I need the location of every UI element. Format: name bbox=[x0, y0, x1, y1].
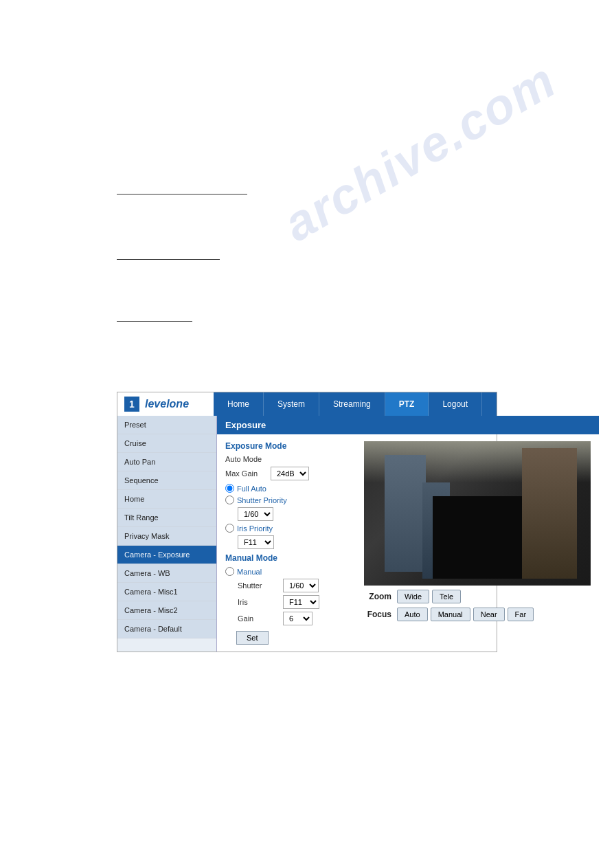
exposure-settings: Exposure Mode Auto Mode Max Gain 24dB 18… bbox=[225, 441, 356, 645]
line-block-2 bbox=[117, 258, 220, 260]
logo-square-icon bbox=[124, 397, 139, 412]
zoom-row: Zoom Wide Tele bbox=[364, 590, 591, 603]
nav-tab-home[interactable]: Home bbox=[214, 392, 264, 416]
max-gain-row: Max Gain 24dB 18dB 12dB 6dB bbox=[225, 467, 356, 480]
content-area: Preset Cruise Auto Pan Sequence Home Til… bbox=[117, 416, 497, 652]
full-auto-label[interactable]: Full Auto bbox=[237, 485, 266, 493]
focus-far-button[interactable]: Far bbox=[508, 608, 534, 621]
cam-shelf-boxes bbox=[522, 448, 577, 579]
sidebar-item-camera-misc2[interactable]: Camera - Misc2 bbox=[117, 601, 216, 620]
camera-image bbox=[364, 441, 591, 586]
iris-priority-radio[interactable] bbox=[225, 524, 234, 533]
watermark-text: archive.com bbox=[274, 52, 565, 252]
auto-mode-label: Auto Mode bbox=[225, 455, 266, 463]
cam-dark-box bbox=[433, 496, 522, 579]
manual-mode-title: Manual Mode bbox=[225, 553, 356, 563]
line-block-1 bbox=[117, 192, 247, 194]
sidebar-item-home[interactable]: Home bbox=[117, 490, 216, 509]
section-title: Exposure bbox=[225, 420, 266, 430]
line-block-3 bbox=[117, 320, 192, 322]
zoom-label: Zoom bbox=[364, 592, 391, 601]
iris-manual-row: Iris F11 F8 F5.6 bbox=[238, 595, 356, 609]
gain-label: Gain bbox=[238, 614, 279, 623]
iris-priority-row: Iris Priority bbox=[225, 524, 356, 533]
watermark-area: archive.com bbox=[0, 0, 614, 392]
iris-priority-select-row: F11 F8 F5.6 bbox=[238, 535, 356, 549]
iris-label: Iris bbox=[238, 598, 279, 606]
set-button[interactable]: Set bbox=[236, 631, 269, 645]
shutter-priority-label[interactable]: Shutter Priority bbox=[237, 496, 287, 504]
sidebar-item-camera-exposure[interactable]: Camera - Exposure bbox=[117, 546, 216, 564]
sidebar-item-preset[interactable]: Preset bbox=[117, 416, 216, 434]
line-text-3 bbox=[117, 320, 192, 322]
gain-select[interactable]: 6 12 18 bbox=[283, 612, 312, 625]
sidebar-item-camera-default[interactable]: Camera - Default bbox=[117, 620, 216, 638]
sidebar-item-privacy-mask[interactable]: Privacy Mask bbox=[117, 527, 216, 546]
sidebar-item-sequence[interactable]: Sequence bbox=[117, 471, 216, 490]
focus-near-button[interactable]: Near bbox=[473, 608, 505, 621]
max-gain-label: Max Gain bbox=[225, 469, 266, 478]
focus-row: Focus Auto Manual Near Far bbox=[364, 608, 591, 621]
focus-label: Focus bbox=[364, 610, 391, 619]
nav-tab-streaming[interactable]: Streaming bbox=[319, 392, 385, 416]
sidebar-item-camera-misc1[interactable]: Camera - Misc1 bbox=[117, 583, 216, 601]
zoom-wide-button[interactable]: Wide bbox=[397, 590, 429, 603]
iris-priority-label[interactable]: Iris Priority bbox=[237, 524, 273, 533]
bottom-area bbox=[0, 652, 614, 858]
focus-manual-button[interactable]: Manual bbox=[431, 608, 470, 621]
max-gain-select[interactable]: 24dB 18dB 12dB 6dB bbox=[271, 467, 309, 480]
ui-container: levelone Home System Streaming PTZ Logou… bbox=[117, 392, 497, 652]
gain-manual-row: Gain 6 12 18 bbox=[238, 612, 356, 625]
sidebar-item-auto-pan[interactable]: Auto Pan bbox=[117, 453, 216, 471]
sidebar-item-cruise[interactable]: Cruise bbox=[117, 434, 216, 453]
camera-preview: Zoom Wide Tele Focus Auto Manual Near Fa… bbox=[364, 441, 591, 645]
shutter-select[interactable]: 1/60 1/30 1/15 bbox=[283, 579, 319, 592]
top-nav: levelone Home System Streaming PTZ Logou… bbox=[117, 392, 497, 416]
shutter-priority-select[interactable]: 1/60 1/30 1/15 bbox=[238, 507, 273, 521]
zoom-tele-button[interactable]: Tele bbox=[432, 590, 461, 603]
manual-radio[interactable] bbox=[225, 567, 234, 576]
logo-area: levelone bbox=[117, 392, 214, 416]
nav-tabs: Home System Streaming PTZ Logout bbox=[214, 392, 497, 416]
shutter-label: Shutter bbox=[238, 581, 279, 590]
logo-text: levelone bbox=[145, 398, 189, 410]
nav-tab-system[interactable]: System bbox=[264, 392, 319, 416]
shutter-manual-row: Shutter 1/60 1/30 1/15 bbox=[238, 579, 356, 592]
exposure-mode-title: Exposure Mode bbox=[225, 441, 356, 451]
shutter-priority-radio[interactable] bbox=[225, 496, 234, 504]
nav-tab-logout[interactable]: Logout bbox=[429, 392, 482, 416]
line-text-1 bbox=[117, 192, 247, 194]
sidebar-item-tilt-range[interactable]: Tilt Range bbox=[117, 509, 216, 527]
line-text-2 bbox=[117, 258, 220, 260]
shutter-priority-select-row: 1/60 1/30 1/15 bbox=[238, 507, 356, 521]
shutter-priority-row: Shutter Priority bbox=[225, 496, 356, 504]
section-header: Exposure bbox=[217, 416, 599, 434]
iris-select[interactable]: F11 F8 F5.6 bbox=[283, 595, 319, 609]
logo-icon: levelone bbox=[124, 397, 189, 412]
full-auto-row: Full Auto bbox=[225, 484, 356, 493]
exposure-content: Exposure Mode Auto Mode Max Gain 24dB 18… bbox=[217, 434, 599, 652]
sidebar: Preset Cruise Auto Pan Sequence Home Til… bbox=[117, 416, 217, 652]
full-auto-radio[interactable] bbox=[225, 484, 234, 493]
cam-shelf-left bbox=[385, 455, 426, 572]
manual-label[interactable]: Manual bbox=[237, 568, 262, 576]
auto-mode-row: Auto Mode bbox=[225, 455, 356, 463]
manual-section: Manual Mode Manual Shutter 1/60 1/30 1/1… bbox=[225, 553, 356, 625]
sidebar-item-camera-wb[interactable]: Camera - WB bbox=[117, 564, 216, 583]
iris-priority-select[interactable]: F11 F8 F5.6 bbox=[238, 535, 274, 549]
nav-tab-ptz[interactable]: PTZ bbox=[385, 392, 429, 416]
focus-auto-button[interactable]: Auto bbox=[397, 608, 428, 621]
manual-radio-row: Manual bbox=[225, 567, 356, 576]
main-panel: Exposure Exposure Mode Auto Mode Max Gai… bbox=[217, 416, 599, 652]
